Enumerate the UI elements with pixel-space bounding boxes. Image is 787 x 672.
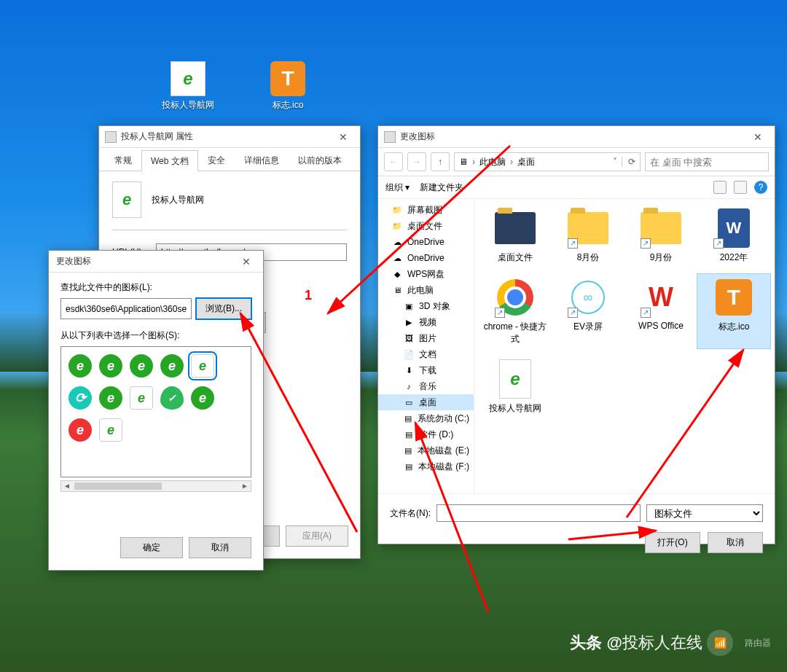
open-button[interactable]: 打开(O) (645, 532, 700, 553)
file-item[interactable]: W↗2022年 (697, 205, 770, 267)
tree-node[interactable]: 🖥此电脑 (378, 282, 474, 298)
tree-node[interactable]: ◆WPS网盘 (378, 266, 474, 282)
chevron-down-icon[interactable]: ˅ (613, 157, 617, 167)
icon-option[interactable]: e (68, 354, 92, 378)
cancel-button[interactable]: 取消 (708, 532, 763, 553)
tab-web-document[interactable]: Web 文档 (141, 150, 198, 171)
file-icon: ↗ (568, 208, 608, 249)
nav-forward-button[interactable]: → (407, 152, 426, 171)
icon-option[interactable]: e (99, 386, 122, 410)
refresh-icon[interactable]: ⟳ (622, 157, 635, 167)
scroll-left-icon[interactable]: ◄ (61, 481, 73, 491)
file-item[interactable]: ↗chrome - 快捷方式 (479, 274, 552, 348)
annotation-1: 1 (305, 288, 312, 303)
icon-option[interactable]: e (130, 386, 153, 410)
tree-node-label: 软件 (D:) (419, 429, 453, 441)
tree-node[interactable]: 📁桌面文件 (378, 218, 474, 234)
close-icon[interactable]: ✕ (235, 256, 257, 267)
tree-node[interactable]: ♪音乐 (378, 378, 474, 394)
icon-list[interactable]: e e e e e ⟳ e e ✓ e e e (60, 346, 251, 477)
scroll-thumb[interactable] (74, 482, 162, 490)
filename-input[interactable] (436, 504, 641, 522)
tree-node-label: 图片 (419, 332, 436, 345)
tree-node-label: 屏幕截图 (407, 204, 442, 216)
tabs: 常规 Web 文档 安全 详细信息 以前的版本 (99, 148, 360, 171)
organize-menu[interactable]: 组织 ▾ (385, 181, 410, 194)
tree-node[interactable]: ▶视频 (378, 314, 474, 330)
tree-node-icon: ☁ (391, 236, 403, 248)
shortcut-icon: e (112, 181, 141, 218)
tab-security[interactable]: 安全 (198, 149, 235, 171)
file-item[interactable]: ↗9月份 (624, 205, 697, 267)
tab-previous[interactable]: 以前的版本 (289, 149, 351, 171)
file-item[interactable]: ∞↗EV录屏 (552, 274, 624, 348)
view-options-icon[interactable] (713, 181, 727, 194)
close-icon[interactable]: ✕ (332, 131, 354, 143)
file-icon (495, 208, 536, 249)
file-item[interactable]: ↗8月份 (552, 205, 624, 267)
nav-back-button[interactable]: ← (384, 152, 403, 171)
tree-node[interactable]: ☁OneDrive (378, 234, 474, 250)
file-icon: ∞↗ (568, 277, 608, 318)
ok-button[interactable]: 确定 (120, 537, 183, 558)
preview-pane-icon[interactable] (734, 181, 747, 194)
desktop-ico-file[interactable]: T 标志.ico (259, 61, 317, 112)
tree-node-label: 视频 (419, 316, 436, 329)
icon-option[interactable]: e (160, 354, 184, 378)
icon-option[interactable]: e (191, 386, 214, 410)
desktop-ie-shortcut[interactable]: e 投标人导航网 (159, 61, 217, 112)
icon-option[interactable]: e (68, 418, 92, 442)
tree-node-label: 桌面文件 (407, 220, 442, 233)
tree-node[interactable]: ▭桌面 (378, 394, 474, 410)
window-title: 更改图标 (56, 255, 235, 267)
titlebar[interactable]: 更改图标 ✕ (378, 126, 775, 148)
filename-label: 文件名(N): (390, 507, 431, 520)
file-item[interactable]: W↗WPS Office (624, 274, 697, 348)
tree-node-label: 3D 对象 (419, 300, 450, 313)
titlebar[interactable]: 投标人导航网 属性 ✕ (99, 126, 360, 148)
tree-node[interactable]: ▣3D 对象 (378, 298, 474, 314)
breadcrumb[interactable]: 🖥 › 此电脑 › 桌面 ˅ ⟳ (454, 152, 641, 171)
tree-node[interactable]: ⬇下载 (378, 362, 474, 378)
tree-node[interactable]: 📁屏幕截图 (378, 202, 474, 218)
file-icon: e (495, 359, 536, 399)
help-icon[interactable]: ? (754, 181, 767, 194)
file-item[interactable]: e投标人导航网 (479, 356, 552, 418)
watermark-icon: 📶 (707, 630, 733, 656)
tab-details[interactable]: 详细信息 (235, 149, 289, 171)
icon-option[interactable]: e (99, 418, 122, 442)
file-grid[interactable]: 桌面文件↗8月份↗9月份W↗2022年↗chrome - 快捷方式∞↗EV录屏W… (474, 199, 775, 493)
titlebar[interactable]: 更改图标 ✕ (49, 251, 263, 273)
tree-node[interactable]: ▤软件 (D:) (378, 426, 474, 442)
file-item[interactable]: 桌面文件 (479, 205, 552, 267)
tree-node-icon: 📁 (391, 204, 403, 216)
horizontal-scrollbar[interactable]: ◄ ► (60, 480, 251, 492)
new-folder-button[interactable]: 新建文件夹 (420, 181, 463, 194)
icon-option[interactable]: e (99, 354, 122, 378)
tree-node[interactable]: ▤系统勿动 (C:) (378, 410, 474, 426)
nav-up-button[interactable]: ↑ (431, 152, 450, 171)
icon-option[interactable]: ✓ (160, 386, 184, 410)
nav-tree[interactable]: 📁屏幕截图📁桌面文件☁OneDrive☁OneDrive◆WPS网盘🖥此电脑▣3… (378, 199, 474, 493)
select-icon-label: 从以下列表中选择一个图标(S): (60, 329, 251, 342)
file-item[interactable]: T标志.ico (697, 274, 770, 348)
tree-node[interactable]: 🖼图片 (378, 330, 474, 346)
crumb-pc[interactable]: 此电脑 (479, 156, 506, 168)
tab-general[interactable]: 常规 (105, 149, 141, 171)
close-icon[interactable]: ✕ (747, 131, 769, 143)
icon-option[interactable]: e (130, 354, 153, 378)
icon-path-input[interactable] (60, 298, 192, 319)
tree-node[interactable]: ▤本地磁盘 (E:) (378, 442, 474, 458)
filetype-select[interactable]: 图标文件 (646, 504, 763, 522)
search-input[interactable] (645, 152, 769, 171)
tree-node[interactable]: 📄文档 (378, 346, 474, 362)
cancel-button[interactable]: 取消 (189, 537, 251, 558)
tree-node[interactable]: ▤本地磁盘 (F:) (378, 458, 474, 474)
file-label: 9月份 (626, 251, 696, 264)
browse-button[interactable]: 浏览(B)... (196, 298, 251, 319)
tree-node[interactable]: ☁OneDrive (378, 250, 474, 266)
icon-option[interactable]: ⟳ (68, 386, 92, 410)
crumb-desktop[interactable]: 桌面 (517, 156, 535, 168)
scroll-right-icon[interactable]: ► (239, 481, 251, 491)
icon-option-selected[interactable]: e (191, 354, 214, 378)
